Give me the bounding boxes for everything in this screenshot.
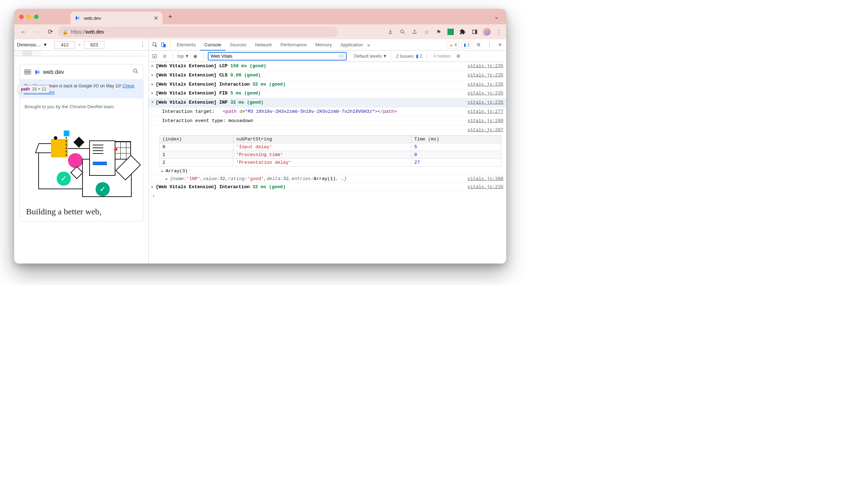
device-menu[interactable]: ⋮ <box>140 41 145 48</box>
source-link[interactable]: vitals.js:235 <box>463 72 503 79</box>
profile-avatar[interactable] <box>483 28 491 36</box>
browser-tab[interactable]: web.dev ✕ <box>70 12 162 24</box>
tab-network[interactable]: Network <box>251 39 276 51</box>
settings-icon[interactable]: ⚙ <box>474 41 483 49</box>
sidepanel-icon[interactable] <box>471 28 479 36</box>
window-minimize[interactable] <box>27 15 31 19</box>
console-settings-icon[interactable]: ⚙ <box>455 52 462 60</box>
object-line[interactable]: ▶ {name: 'INP', value: 32, rating: 'good… <box>149 175 506 183</box>
source-link[interactable]: vitals.js:280 <box>463 117 503 125</box>
table-row: 1'Processing time'0 <box>160 151 501 159</box>
warnings-chip[interactable]: ▲4 <box>447 41 459 48</box>
inspect-icon[interactable] <box>151 41 159 49</box>
back-button[interactable]: ← <box>18 26 29 37</box>
log-row[interactable]: ▶ [Web Vitals Extension] CLS 0.00 (good)… <box>149 71 506 80</box>
expand-arrow[interactable]: ▶ <box>152 184 156 190</box>
dimensions-label: Dimensio… <box>17 42 41 47</box>
devtools-close[interactable]: ✕ <box>496 41 504 49</box>
log-levels[interactable]: Default levels ▼ <box>354 53 387 59</box>
expand-arrow[interactable]: ▼ <box>152 99 156 105</box>
tabs-dropdown[interactable]: ⌄ <box>492 12 501 21</box>
source-link[interactable]: vitals.js:308 <box>463 176 503 181</box>
console-body: ▶ [Web Vitals Extension] LCP 158 ms (goo… <box>149 62 506 264</box>
log-row[interactable]: ▶ [Web Vitals Extension] LCP 158 ms (goo… <box>149 62 506 71</box>
source-link[interactable]: vitals.js:235 <box>463 99 503 106</box>
source-link[interactable]: vitals.js:287 <box>463 127 503 134</box>
devtools-menu[interactable]: ⋮ <box>485 41 493 49</box>
tabs-overflow[interactable]: » <box>367 42 374 48</box>
array-line[interactable]: ▶ Array(3) <box>149 167 506 175</box>
log-table-src: vitals.js:287 <box>149 126 506 135</box>
main-split: Dimensio… ▼ 412 × 823 ⋮ path18 × 12 <box>14 39 506 264</box>
tab-sources[interactable]: Sources <box>225 39 251 51</box>
source-link[interactable]: vitals.js:235 <box>463 184 503 191</box>
browser-window: web.dev ✕ + ⌄ ← → ⟳ 🔒 https://web.dev ☆ … <box>14 9 506 264</box>
page-logo[interactable]: web.dev <box>35 69 64 75</box>
expand-arrow[interactable]: ▶ <box>152 63 156 69</box>
source-link[interactable]: vitals.js:235 <box>463 81 503 88</box>
height-input[interactable]: 823 <box>84 41 104 49</box>
source-link[interactable]: vitals.js:235 <box>463 90 503 97</box>
page-subhead: Brought to you by the Chrome DevRel team <box>20 98 143 112</box>
forward-button[interactable]: → <box>31 26 42 37</box>
reload-button[interactable]: ⟳ <box>45 26 56 37</box>
omnibox[interactable]: 🔒 https://web.dev <box>58 27 338 37</box>
webdev-favicon <box>75 15 81 21</box>
source-link[interactable]: vitals.js:277 <box>463 108 503 116</box>
inp-table: (index) subPartString Time (ms) 0'Input … <box>159 135 501 167</box>
lock-icon: 🔒 <box>62 29 68 35</box>
live-expression-icon[interactable]: ◉ <box>192 52 199 60</box>
expand-arrow[interactable]: ▶ <box>152 81 156 87</box>
tab-memory[interactable]: Memory <box>311 39 336 51</box>
flag-icon[interactable]: ⚑ <box>435 28 442 36</box>
window-close[interactable] <box>19 15 24 19</box>
clear-console-icon[interactable]: ⊘ <box>161 52 169 60</box>
device-pane: Dimensio… ▼ 412 × 823 ⋮ path18 × 12 <box>14 39 149 264</box>
extensions-icon[interactable] <box>459 28 467 36</box>
address-bar: ← → ⟳ 🔒 https://web.dev ☆ ⚑ ⋮ <box>14 24 506 39</box>
log-row[interactable]: ▶ [Web Vitals Extension] Interaction 32 … <box>149 183 506 192</box>
page-header: web.dev <box>20 64 143 80</box>
console-filter[interactable]: ⓧ <box>208 52 346 60</box>
devtools-tabbar: Elements Console Sources Network Perform… <box>149 39 506 51</box>
new-tab-button[interactable]: + <box>165 12 175 22</box>
console-filter-input[interactable] <box>211 53 339 59</box>
device-toolbar: Dimensio… ▼ 412 × 823 ⋮ <box>14 39 148 51</box>
star-icon[interactable]: ☆ <box>423 28 430 36</box>
close-tab-icon[interactable]: ✕ <box>154 15 158 22</box>
expand-arrow[interactable]: ▶ <box>152 72 156 78</box>
device-viewport: path18 × 12 web.dev The Chrome team is b… <box>14 56 148 264</box>
devtools: Elements Console Sources Network Perform… <box>149 39 506 264</box>
issues-link[interactable]: 2 Issues: ▮2 <box>396 53 422 59</box>
device-toggle-icon[interactable] <box>159 41 168 49</box>
log-row[interactable]: ▶ [Web Vitals Extension] Interaction 32 … <box>149 80 506 89</box>
table-row: 0'Input delay'5 <box>160 143 501 151</box>
dim-separator: × <box>78 42 81 47</box>
browser-menu[interactable]: ⋮ <box>495 28 503 36</box>
extension-square[interactable] <box>447 28 455 36</box>
expand-arrow[interactable]: ▶ <box>152 90 156 96</box>
log-row[interactable]: ▶ [Web Vitals Extension] FID 5 ms (good)… <box>149 89 506 98</box>
svg-point-0 <box>401 30 404 33</box>
console-sidebar-toggle[interactable] <box>151 52 159 60</box>
tab-title: web.dev <box>84 16 101 21</box>
info-chip[interactable]: ▮2 <box>461 41 472 48</box>
width-input[interactable]: 412 <box>55 41 75 49</box>
download-icon[interactable] <box>387 28 394 36</box>
zoom-icon[interactable] <box>399 28 406 36</box>
tab-console[interactable]: Console <box>200 39 225 51</box>
clear-filter-icon[interactable]: ⓧ <box>339 53 344 59</box>
context-selector[interactable]: top ▼ <box>177 53 189 59</box>
share-icon[interactable] <box>411 28 418 36</box>
console-prompt[interactable]: › <box>149 192 506 200</box>
search-icon[interactable] <box>132 68 139 76</box>
menu-icon[interactable] <box>24 70 31 75</box>
window-zoom[interactable] <box>34 15 39 19</box>
dimensions-dropdown[interactable]: ▼ <box>43 42 47 47</box>
tab-elements[interactable]: Elements <box>172 39 200 51</box>
log-row-expanded[interactable]: ▼ [Web Vitals Extension] INP 32 ms (good… <box>149 98 506 108</box>
source-link[interactable]: vitals.js:235 <box>463 63 503 70</box>
tab-strip: web.dev ✕ + ⌄ <box>14 9 506 24</box>
tab-performance[interactable]: Performance <box>276 39 311 51</box>
tab-application[interactable]: Application <box>336 39 367 51</box>
